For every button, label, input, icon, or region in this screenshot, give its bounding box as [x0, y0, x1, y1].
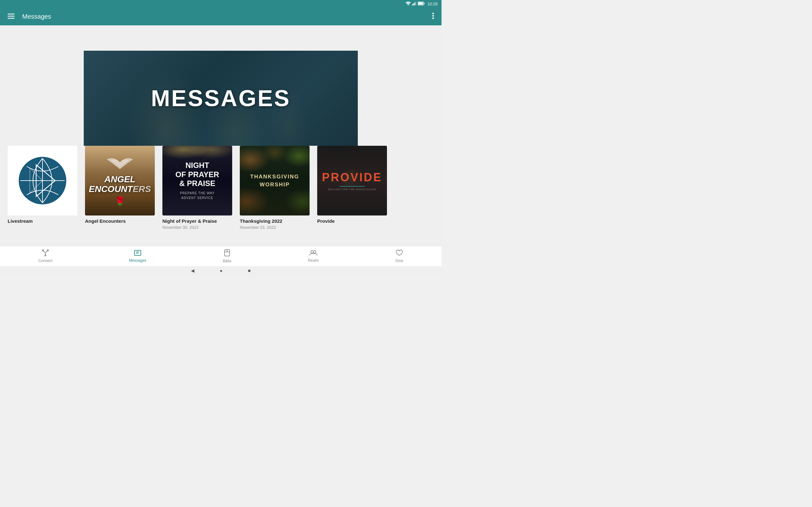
messages-icon: [134, 250, 141, 257]
card-night-of-prayer[interactable]: NIGHTOF PRAYER& PRAISE PREPARE THE WAYAD…: [162, 146, 232, 230]
prayer-main-text: NIGHTOF PRAYER& PRAISE: [175, 161, 219, 188]
provide-main-text: PROVIDE: [322, 171, 382, 184]
card-thanksgiving[interactable]: THANKSGIVINGWORSHIP Thanksgiving 2022 No…: [240, 146, 310, 230]
nav-label-connect: Connect: [38, 259, 53, 263]
signal-icon: [412, 2, 416, 6]
livestream-logo-icon: [17, 155, 68, 206]
time-display: 10:26: [427, 2, 438, 6]
nav-item-messages[interactable]: Messages: [124, 247, 152, 265]
cards-section: Livestream ANGELENCOUNTERS 🌹 Ang: [0, 146, 442, 230]
status-bar-icons: 10:26: [406, 2, 438, 6]
nav-label-messages: Messages: [129, 258, 147, 263]
nav-item-realm[interactable]: Realm: [303, 247, 324, 265]
prayer-sub-text: PREPARE THE WAYADVENT SERVICE: [180, 191, 214, 200]
svg-rect-7: [418, 3, 423, 5]
give-icon: [396, 250, 403, 257]
svg-point-29: [311, 250, 313, 253]
connect-icon: [42, 249, 49, 257]
nav-label-give: Give: [396, 259, 403, 263]
card-angel-encounters[interactable]: ANGELENCOUNTERS 🌹 Angel Encounters: [85, 146, 155, 224]
nav-label-realm: Realm: [308, 258, 319, 263]
card-title-livestream: Livestream: [8, 218, 78, 224]
svg-rect-9: [8, 16, 14, 17]
card-image-thanksgiving: THANKSGIVINGWORSHIP: [240, 146, 310, 216]
card-image-prayer: NIGHTOF PRAYER& PRAISE PREPARE THE WAYAD…: [162, 146, 232, 216]
svg-rect-3: [414, 3, 415, 5]
card-title-provide: Provide: [317, 218, 387, 224]
realm-icon: [310, 250, 317, 257]
provide-sub-text: WILLING FOR THE MIRACULOUS: [328, 188, 376, 191]
svg-point-13: [432, 17, 434, 19]
nav-label-bible: Bible: [223, 259, 232, 263]
angel-wings-icon: [107, 155, 133, 173]
card-provide[interactable]: PROVIDE WILLING FOR THE MIRACULOUS Provi…: [317, 146, 387, 224]
nav-item-connect[interactable]: Connect: [33, 247, 58, 266]
thanksgiving-main-text: THANKSGIVINGWORSHIP: [250, 173, 299, 189]
status-bar: 10:26: [0, 0, 442, 8]
svg-point-0: [408, 5, 409, 5]
nav-item-give[interactable]: Give: [391, 247, 409, 266]
nav-item-bible[interactable]: Bible: [218, 247, 237, 266]
angel-text-overlay: ANGELENCOUNTERS 🌹: [85, 146, 155, 216]
svg-rect-8: [8, 14, 14, 14]
card-subtitle-prayer: November 30, 2022: [162, 225, 232, 230]
card-title-prayer: Night of Prayer & Praise: [162, 218, 232, 224]
card-subtitle-thanksgiving: November 23, 2022: [240, 225, 310, 230]
app-bar: Messages: [0, 8, 442, 25]
svg-rect-4: [415, 2, 416, 5]
android-home-button[interactable]: ●: [220, 268, 222, 273]
prayer-text-overlay: NIGHTOF PRAYER& PRAISE PREPARE THE WAYAD…: [162, 146, 232, 216]
content-area: MESSAGES Livestream: [0, 25, 442, 256]
android-back-button[interactable]: ◀: [191, 268, 194, 273]
hero-title: MESSAGES: [151, 85, 291, 111]
menu-button[interactable]: [5, 11, 17, 22]
battery-icon: [418, 2, 425, 6]
android-nav-bar: ◀ ● ■: [0, 266, 442, 275]
card-image-angel: ANGELENCOUNTERS 🌹: [85, 146, 155, 216]
hero-banner: MESSAGES: [84, 51, 358, 146]
svg-rect-10: [8, 18, 14, 19]
card-image-livestream: [8, 146, 78, 216]
svg-point-11: [432, 13, 434, 14]
card-title-angel: Angel Encounters: [85, 218, 155, 224]
wifi-icon: [406, 2, 411, 6]
bottom-nav: Connect Messages Bible: [0, 246, 442, 266]
thanksgiving-text-overlay: THANKSGIVINGWORSHIP: [240, 146, 310, 216]
page-title: Messages: [22, 13, 430, 20]
more-options-button[interactable]: [430, 10, 437, 23]
android-recents-button[interactable]: ■: [248, 268, 251, 273]
bible-icon: [224, 249, 230, 258]
card-image-provide: PROVIDE WILLING FOR THE MIRACULOUS: [317, 146, 387, 216]
svg-rect-2: [413, 3, 414, 6]
svg-point-30: [313, 250, 316, 253]
provide-text-overlay: PROVIDE WILLING FOR THE MIRACULOUS: [317, 146, 387, 216]
svg-point-12: [432, 15, 434, 17]
svg-rect-6: [424, 3, 425, 4]
provide-divider: [339, 186, 365, 187]
card-livestream[interactable]: Livestream: [8, 146, 78, 224]
card-title-thanksgiving: Thanksgiving 2022: [240, 218, 310, 224]
angel-flowers-icon: 🌹: [114, 196, 125, 207]
angel-title-text: ANGELENCOUNTERS: [89, 175, 151, 194]
svg-rect-1: [412, 4, 413, 5]
